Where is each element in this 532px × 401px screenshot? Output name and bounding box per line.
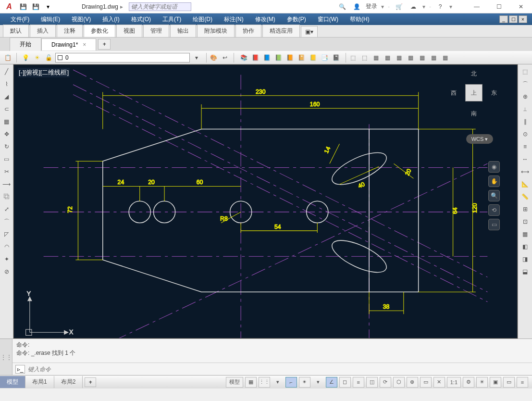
sb-3d-icon[interactable]: ⬡ <box>393 377 405 388</box>
rtool-13-icon[interactable]: ⊡ <box>520 216 531 227</box>
layeriso-icon[interactable]: 📚 <box>239 53 248 63</box>
nav-zoom-icon[interactable]: 🔍 <box>488 190 500 201</box>
tool-move-icon[interactable]: ✥ <box>1 129 12 139</box>
app-logo[interactable]: A <box>3 0 15 13</box>
group3-icon[interactable]: ▦ <box>371 53 381 63</box>
sb-qp-icon[interactable]: ▭ <box>420 377 432 388</box>
vc-north[interactable]: 北 <box>471 70 477 78</box>
vc-west[interactable]: 西 <box>451 89 457 97</box>
group1-icon[interactable]: ⬚ <box>348 53 358 63</box>
layerlock-icon[interactable]: 📗 <box>273 53 283 63</box>
layerthaw-icon[interactable]: 📔 <box>297 53 306 63</box>
layer-dropdown-icon[interactable]: ▾ <box>192 53 201 63</box>
rtool-4-icon[interactable]: ⟂ <box>520 104 531 114</box>
doc-max-button[interactable]: ☐ <box>509 15 518 23</box>
ribbon-tab-collab[interactable]: 协作 <box>235 25 261 37</box>
layermerge-icon[interactable]: 📑 <box>320 53 329 63</box>
rtool-9-icon[interactable]: ⟷ <box>520 166 531 177</box>
menu-view[interactable]: 视图(V) <box>66 13 97 25</box>
sb-scale[interactable]: 1:1 <box>447 377 461 388</box>
rtool-8-icon[interactable]: ↔ <box>520 154 531 164</box>
tool-line-icon[interactable]: ╱ <box>1 66 12 77</box>
sb-units-icon[interactable]: ✕ <box>433 377 445 388</box>
sb-otrack-icon[interactable]: ◻ <box>339 377 351 388</box>
search-icon[interactable]: 🔍 <box>337 1 347 12</box>
rtool-6-icon[interactable]: ⊙ <box>520 129 531 139</box>
menu-file[interactable]: 文件(F) <box>5 13 35 25</box>
sb-dyn-icon[interactable]: ⊕ <box>407 377 418 388</box>
vc-south[interactable]: 南 <box>471 110 477 118</box>
layout-tab-2[interactable]: 布局2 <box>54 376 83 388</box>
tool-trim-icon[interactable]: ✂ <box>1 166 12 177</box>
rtool-2-icon[interactable]: ⌒ <box>520 79 531 89</box>
rtool-5-icon[interactable]: ∥ <box>520 116 531 127</box>
nav-pan-icon[interactable]: ✋ <box>488 175 500 187</box>
group4-icon[interactable]: ▦ <box>383 53 392 63</box>
sb-grid-icon[interactable]: ▦ <box>245 377 257 388</box>
rtool-16-icon[interactable]: ◨ <box>520 254 531 264</box>
sb-model[interactable]: 模型 <box>226 377 243 388</box>
ribbon-tab-addins[interactable]: 附加模块 <box>197 25 235 37</box>
menu-modify[interactable]: 修改(M) <box>249 13 281 25</box>
menu-dim[interactable]: 标注(N) <box>218 13 249 25</box>
vc-east[interactable]: 东 <box>491 89 497 97</box>
file-tab-start[interactable]: 开始 <box>10 38 41 51</box>
cmd-history[interactable]: 命令: 命令: _.erase 找到 1 个 <box>12 339 532 363</box>
group9-icon[interactable]: ▦ <box>440 53 450 63</box>
sb-ann-icon[interactable]: ☀ <box>476 377 488 388</box>
layerdel-icon[interactable]: 📓 <box>331 53 341 63</box>
ribbon-tab-parametric[interactable]: 参数化 <box>84 25 115 37</box>
layer-selector[interactable]: 0 <box>55 53 190 63</box>
command-input[interactable] <box>28 366 529 373</box>
doc-min-button[interactable]: _ <box>499 15 508 23</box>
menu-tools[interactable]: 工具(T) <box>157 13 187 25</box>
nav-orbit-icon[interactable]: ⟲ <box>488 204 500 216</box>
rtool-17-icon[interactable]: ⬓ <box>520 266 531 277</box>
ribbon-tab-insert[interactable]: 插入 <box>30 25 56 37</box>
ribbon-tab-more[interactable]: ▣▾ <box>301 26 318 37</box>
help-search-input[interactable] <box>129 2 191 11</box>
nav-show-icon[interactable]: ▭ <box>488 219 500 230</box>
login-dropdown-icon[interactable]: ▾ <box>381 3 384 10</box>
group2-icon[interactable]: ⬚ <box>359 53 369 63</box>
sun-icon[interactable]: ☀ <box>32 53 42 63</box>
layout-add-button[interactable]: + <box>85 377 96 387</box>
menu-insert[interactable]: 插入(I) <box>97 13 125 25</box>
sb-snap-icon[interactable]: ⋮⋮ <box>259 377 270 388</box>
tool-rotate-icon[interactable]: ↻ <box>1 141 12 152</box>
share-icon[interactable]: ☁ <box>408 1 419 12</box>
menu-window[interactable]: 窗口(W) <box>312 13 344 25</box>
ribbon-tab-view[interactable]: 视图 <box>116 25 142 37</box>
layerprev-icon[interactable]: ↩ <box>220 53 230 63</box>
tool-mirror-icon[interactable]: ◢ <box>1 91 12 102</box>
layer-prop-icon[interactable]: 📋 <box>3 53 12 63</box>
sb-iso-icon[interactable]: ▣ <box>490 377 501 388</box>
rtool-14-icon[interactable]: ▦ <box>520 229 531 239</box>
menu-draw[interactable]: 绘图(D) <box>187 13 218 25</box>
layerfrz-icon[interactable]: 📘 <box>262 53 272 63</box>
tool-extend-icon[interactable]: ⟶ <box>1 179 12 189</box>
layeroff-icon[interactable]: 📕 <box>250 53 260 63</box>
layermatch-icon[interactable]: 🎨 <box>209 53 218 63</box>
wcs-selector[interactable]: WCS ▾ <box>466 134 493 144</box>
file-tab-close-icon[interactable]: × <box>83 41 86 48</box>
menu-param[interactable]: 参数(P) <box>281 13 312 25</box>
ribbon-tab-annotate[interactable]: 注释 <box>57 25 83 37</box>
layeron-icon[interactable]: 📒 <box>308 53 318 63</box>
cart-icon[interactable]: 🛒 <box>394 1 404 12</box>
tool-copy-icon[interactable]: ⿻ <box>1 191 12 202</box>
menu-help[interactable]: 帮助(H) <box>344 13 375 25</box>
help-dropdown-icon[interactable]: ▾ <box>449 3 452 10</box>
rtool-15-icon[interactable]: ◧ <box>520 241 531 252</box>
group5-icon[interactable]: ▦ <box>394 53 404 63</box>
tool-arc-icon[interactable]: ◠ <box>1 241 12 252</box>
sb-ortho-icon[interactable]: ⌐ <box>285 377 297 388</box>
doc-close-button[interactable]: × <box>519 15 527 23</box>
qat-save-icon[interactable]: 💾 <box>18 2 28 12</box>
vc-top[interactable]: 上 <box>465 84 483 101</box>
rtool-12-icon[interactable]: ⊞ <box>520 204 531 214</box>
rtool-10-icon[interactable]: 📐 <box>520 179 531 189</box>
tool-break-icon[interactable]: ⊘ <box>1 266 12 277</box>
rtool-1-icon[interactable]: ⬚ <box>520 66 531 77</box>
menu-edit[interactable]: 编辑(E) <box>35 13 66 25</box>
